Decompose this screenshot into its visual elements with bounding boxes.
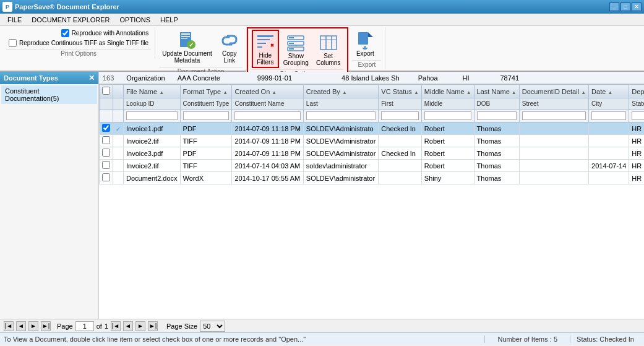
table-row[interactable]: Invoice2.tifTIFF2014-07-09 11:18 PMSOLDE… bbox=[100, 135, 645, 147]
filter-date[interactable] bbox=[589, 110, 629, 123]
row-checkbox[interactable] bbox=[102, 173, 110, 181]
filter-filename[interactable] bbox=[124, 110, 181, 123]
row-date bbox=[589, 172, 629, 184]
row-format: PDF bbox=[180, 147, 232, 160]
status-bar: To View a Document, double click line it… bbox=[0, 332, 644, 345]
col-header-department[interactable]: Department ▲ bbox=[629, 85, 644, 98]
info-constituent-name: AAA Concrete bbox=[178, 74, 220, 82]
svg-rect-2 bbox=[181, 36, 190, 37]
filter-doc-id[interactable] bbox=[519, 110, 588, 123]
prev-page-button[interactable]: ◄ bbox=[16, 321, 26, 331]
first-page-button[interactable]: |◄ bbox=[4, 321, 14, 331]
go-first-button[interactable]: |◄ bbox=[111, 321, 121, 331]
page-input[interactable] bbox=[75, 321, 94, 331]
row-middle: Shiny bbox=[421, 172, 474, 184]
left-panel-icon: ✕ bbox=[88, 74, 95, 82]
filter-dept-input[interactable] bbox=[632, 111, 644, 120]
row-filename: Invoice3.pdf bbox=[124, 147, 181, 160]
col-header-format[interactable]: Format Type ▲ bbox=[180, 85, 232, 98]
page-size-select[interactable]: 50 25 100 bbox=[200, 321, 225, 332]
hide-filters-icon bbox=[255, 32, 275, 52]
filter-format[interactable] bbox=[180, 110, 232, 123]
filter-date-input[interactable] bbox=[591, 111, 626, 120]
page-size-label: Page Size bbox=[166, 322, 197, 330]
row-created-on: 2014-07-09 11:18 PM bbox=[232, 123, 303, 135]
row-checkbox[interactable] bbox=[102, 149, 110, 157]
menu-file[interactable]: FILE bbox=[2, 15, 27, 25]
filter-filename-input[interactable] bbox=[126, 111, 178, 120]
go-next-button[interactable]: ► bbox=[135, 321, 145, 331]
filter-middle-input[interactable] bbox=[424, 111, 471, 120]
filter-vc-status[interactable] bbox=[379, 110, 422, 123]
table-row[interactable]: Document2.docxWordX2014-10-17 05:55 AMSO… bbox=[100, 172, 645, 184]
col-header-last-name[interactable]: Last Name ▲ bbox=[474, 85, 519, 98]
last-page-button[interactable]: ►| bbox=[41, 321, 51, 331]
menu-document-explorer[interactable]: DOCUMENT EXPLORER bbox=[27, 15, 114, 25]
col-header-date[interactable]: Date ▲ bbox=[589, 85, 629, 98]
filter-last[interactable] bbox=[474, 110, 519, 123]
filter-dept[interactable] bbox=[629, 110, 644, 123]
reproduce-annotations-checkbox[interactable] bbox=[61, 29, 69, 37]
table-row[interactable]: ✓Invoice1.pdfPDF2014-07-09 11:18 PMSOLDE… bbox=[100, 123, 645, 135]
table-row[interactable]: Invoice2.tifTIFF2014-07-14 04:03 AMsolde… bbox=[100, 160, 645, 172]
col-info-empty1 bbox=[100, 98, 113, 110]
hide-filters-label: HideFilters bbox=[257, 52, 273, 66]
reproduce-tiff-checkbox[interactable] bbox=[9, 39, 17, 47]
filter-created-by-input[interactable] bbox=[306, 111, 376, 120]
col-header-created-by[interactable]: Created By ▲ bbox=[303, 85, 378, 98]
hide-filters-button[interactable]: HideFilters bbox=[252, 30, 279, 68]
minimize-button[interactable]: _ bbox=[609, 2, 619, 11]
filter-vc-status-input[interactable] bbox=[381, 111, 419, 120]
row-icon bbox=[113, 147, 124, 160]
row-created-by: SOLDEV\Administrator bbox=[303, 147, 378, 160]
row-checkbox[interactable] bbox=[102, 161, 110, 169]
row-checkbox[interactable] bbox=[102, 136, 110, 144]
window-controls[interactable]: _ □ ✕ bbox=[609, 2, 642, 11]
table-row[interactable]: Invoice3.pdfPDF2014-07-09 11:18 PMSOLDEV… bbox=[100, 147, 645, 160]
col-header-vc-status[interactable]: VC Status ▲ bbox=[379, 85, 422, 98]
col-header-middle-name[interactable]: Middle Name ▲ bbox=[421, 85, 474, 98]
close-button[interactable]: ✕ bbox=[632, 2, 642, 11]
filter-created-on-input[interactable] bbox=[234, 111, 300, 120]
reproduce-annotations-item[interactable]: Reproduce with Annotations bbox=[59, 28, 152, 38]
row-middle: Robert bbox=[421, 123, 474, 135]
ribbon: Reproduce with Annotations Reproduce Con… bbox=[0, 26, 644, 72]
go-prev-button[interactable]: ◄ bbox=[123, 321, 133, 331]
row-checkbox[interactable] bbox=[102, 124, 110, 132]
row-format: TIFF bbox=[180, 135, 232, 147]
col-header-filename[interactable]: File Name ▲ bbox=[124, 85, 181, 98]
row-created-on: 2014-07-14 04:03 AM bbox=[232, 160, 303, 172]
filter-created-by[interactable] bbox=[303, 110, 378, 123]
col-header-icon bbox=[113, 85, 124, 98]
filter-created-on[interactable] bbox=[232, 110, 303, 123]
filter-middle[interactable] bbox=[421, 110, 474, 123]
row-created-by: SOLDEV\Administrato bbox=[303, 123, 378, 135]
row-icon: ✓ bbox=[113, 123, 124, 135]
next-page-button[interactable]: ► bbox=[28, 321, 38, 331]
info-street: 48 Island Lakes Sh bbox=[341, 74, 400, 82]
doc-type-item[interactable]: Constituent Documentation(5) bbox=[1, 85, 97, 104]
reproduce-tiff-item[interactable]: Reproduce Continuous TIFF as Single TIFF… bbox=[6, 38, 151, 48]
menu-help[interactable]: HELP bbox=[155, 15, 183, 25]
info-state: HI bbox=[463, 74, 470, 82]
table-container[interactable]: File Name ▲ Format Type ▲ Created On ▲ C… bbox=[99, 84, 644, 319]
go-last-button[interactable]: ►| bbox=[148, 321, 158, 331]
copy-link-button[interactable]: CopyLink bbox=[217, 28, 243, 66]
col-header-doc-id[interactable]: DocumentID Detail ▲ bbox=[519, 85, 588, 98]
menu-options[interactable]: OPTIONS bbox=[115, 15, 156, 25]
filter-format-input[interactable] bbox=[183, 111, 230, 120]
export-button[interactable]: Export bbox=[352, 28, 378, 59]
row-last: Thomas bbox=[474, 123, 519, 135]
filter-doc-id-input[interactable] bbox=[522, 111, 586, 120]
set-columns-button[interactable]: SetColumns bbox=[313, 31, 343, 68]
maximize-button[interactable]: □ bbox=[620, 2, 630, 11]
update-document-button[interactable]: ✓ Update DocumentMetadata bbox=[159, 28, 215, 66]
filter-last-input[interactable] bbox=[477, 111, 517, 120]
svg-rect-15 bbox=[289, 37, 294, 38]
select-all-checkbox[interactable] bbox=[102, 87, 110, 95]
doc-action-buttons: ✓ Update DocumentMetadata CopyLink bbox=[159, 28, 243, 66]
reproduce-tiff-label: Reproduce Continuous TIFF as Single TIFF… bbox=[19, 40, 148, 46]
col-header-created-on[interactable]: Created On ▲ bbox=[232, 85, 303, 98]
show-grouping-button[interactable]: ShowGrouping bbox=[280, 31, 312, 68]
svg-rect-18 bbox=[320, 36, 337, 50]
